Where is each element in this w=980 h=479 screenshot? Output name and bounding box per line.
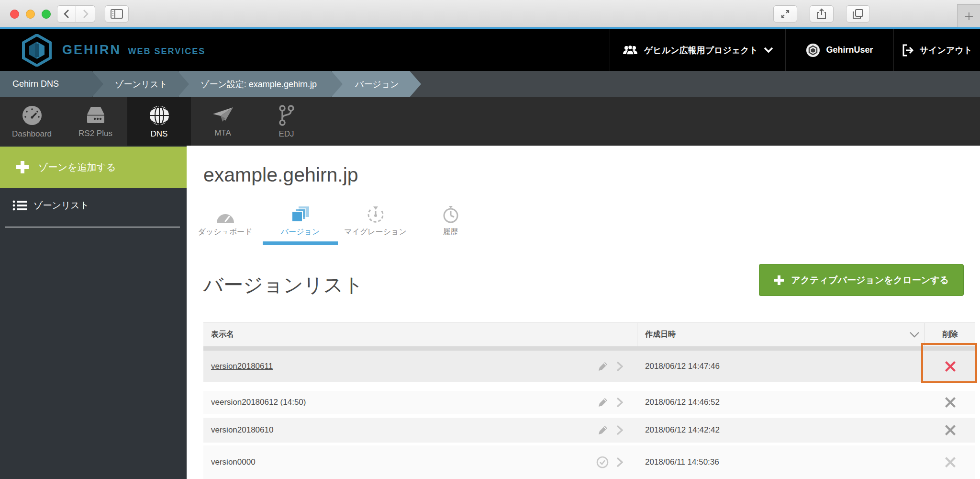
chevron-left-icon	[63, 9, 70, 19]
tab-history[interactable]: 履歴	[413, 202, 488, 245]
table-row: version20180611	[203, 351, 975, 382]
pencil-icon[interactable]	[597, 424, 609, 436]
signout-icon	[902, 44, 914, 57]
row-chevron-right-icon[interactable]	[616, 456, 623, 468]
close-window-button[interactable]	[10, 10, 19, 19]
window-controls	[10, 10, 51, 19]
version-name-cell: veersion20180612 (14:50)	[203, 397, 637, 408]
version-name-link[interactable]: version0000	[211, 457, 256, 467]
pencil-icon[interactable]	[597, 397, 609, 408]
gehirn-hexagon-icon	[22, 34, 52, 67]
row-chevron-right-icon[interactable]	[616, 397, 623, 408]
version-name-link[interactable]: version20180611	[211, 362, 273, 371]
version-name-cell: version0000	[203, 456, 637, 468]
service-nav: Dashboard RS2 Plus DNS MTA	[0, 97, 980, 146]
version-table: 表示名 作成日時 削除 version20180611	[203, 322, 975, 479]
stacked-versions-icon	[291, 205, 310, 224]
nav-tile-label: RS2 Plus	[78, 129, 112, 138]
breadcrumb: Gehirn DNS ゾーンリスト ゾーン設定: example.gehirn.…	[0, 71, 980, 97]
sidebar-icon	[111, 9, 123, 19]
nav-tile-dashboard[interactable]: Dashboard	[0, 97, 64, 146]
delete-cell	[925, 396, 975, 409]
user-avatar-icon	[806, 43, 820, 57]
table-row: version0000	[203, 445, 975, 479]
delete-button[interactable]	[944, 424, 957, 436]
paper-plane-icon	[211, 105, 235, 125]
pencil-icon[interactable]	[597, 361, 609, 372]
delete-button[interactable]	[944, 456, 957, 468]
app-header: GEHIRN WEB SERVICES ゲヒルン広報用プロジェクト Gehirn…	[0, 29, 980, 71]
plus-icon	[15, 160, 30, 174]
delete-cell	[925, 456, 975, 468]
plus-icon	[774, 275, 784, 285]
breadcrumb-item-version[interactable]: バージョン	[332, 71, 421, 97]
browser-back-button[interactable]	[57, 5, 76, 23]
nav-tile-label: DNS	[151, 129, 168, 139]
column-header-delete: 削除	[925, 330, 975, 340]
tab-label: バージョン	[281, 227, 320, 237]
server-icon	[83, 105, 108, 126]
breadcrumb-item-gehirn-dns[interactable]: Gehirn DNS	[0, 71, 103, 97]
logo-text-primary: GEHIRN	[62, 43, 121, 57]
table-header-band	[203, 346, 975, 351]
delete-button[interactable]	[944, 360, 957, 373]
clone-active-version-button[interactable]: アクティブバージョンをクローンする	[759, 264, 964, 296]
user-menu[interactable]: GehirnUser	[785, 29, 893, 71]
row-chevron-right-icon[interactable]	[616, 424, 623, 436]
breadcrumb-item-zone-list[interactable]: ゾーンリスト	[93, 71, 189, 97]
nav-tile-edj[interactable]: EDJ	[255, 97, 318, 146]
browser-forward-button[interactable]	[76, 5, 95, 23]
signout-button[interactable]: サインアウト	[893, 29, 980, 71]
signout-label: サインアウト	[920, 45, 973, 56]
zone-list-label: ゾーンリスト	[33, 199, 89, 212]
browser-fullscreen-button[interactable]	[773, 5, 797, 23]
tab-version[interactable]: バージョン	[263, 202, 338, 245]
created-at: 2018/06/11 14:50:36	[645, 457, 719, 467]
delete-cell	[925, 360, 975, 373]
project-selector[interactable]: ゲヒルン広報用プロジェクト	[610, 29, 785, 71]
nav-tile-rs2-plus[interactable]: RS2 Plus	[64, 97, 127, 146]
nav-tile-label: Dashboard	[12, 129, 52, 139]
chevron-down-icon	[764, 47, 773, 53]
tab-label: 履歴	[443, 227, 458, 237]
nav-tile-label: MTA	[214, 128, 231, 138]
column-header-name: 表示名	[203, 323, 637, 346]
sidebar-item-zone-list[interactable]: ゾーンリスト	[0, 192, 187, 219]
row-chevron-right-icon[interactable]	[616, 361, 623, 372]
browser-share-button[interactable]	[810, 5, 834, 23]
version-name-link[interactable]: veersion20180612 (14:50)	[211, 398, 306, 407]
tab-migration[interactable]: マイグレーション	[338, 202, 413, 245]
main-content: example.gehirn.jp ダッシュボード バージョン	[187, 146, 980, 479]
created-at: 2018/06/12 14:47:46	[645, 362, 720, 371]
delete-button[interactable]	[944, 396, 957, 409]
zone-tabbar: ダッシュボード バージョン マイグレーション	[188, 202, 975, 245]
fullscreen-icon	[780, 9, 791, 19]
breadcrumb-item-zone-settings[interactable]: ゾーン設定: example.gehirn.jp	[178, 71, 343, 97]
project-selector-label: ゲヒルン広報用プロジェクト	[644, 45, 758, 56]
new-tab-button[interactable]	[957, 4, 980, 27]
version-name-link[interactable]: version20180610	[211, 425, 273, 435]
zoom-window-button[interactable]	[42, 10, 51, 19]
version-table-header: 表示名 作成日時 削除	[203, 322, 975, 346]
created-at: 2018/06/12 14:42:42	[645, 425, 720, 434]
sort-chevron-down-icon[interactable]	[909, 331, 920, 338]
browser-sidebar-toggle-button[interactable]	[105, 5, 129, 23]
nav-tile-mta[interactable]: MTA	[191, 97, 255, 146]
logo-text-secondary: WEB SERVICES	[128, 46, 205, 56]
add-zone-button[interactable]: ゾーンを追加する	[0, 147, 187, 188]
timer-icon	[367, 205, 385, 224]
nav-tile-dns[interactable]: DNS	[127, 97, 191, 146]
check-circle-icon	[596, 456, 609, 468]
created-at-cell: 2018/06/12 14:47:46	[637, 362, 925, 371]
minimize-window-button[interactable]	[26, 10, 35, 19]
tab-dashboard[interactable]: ダッシュボード	[188, 202, 263, 245]
gehirn-logo[interactable]: GEHIRN WEB SERVICES	[22, 34, 205, 67]
gauge-icon	[21, 104, 43, 126]
created-at-cell: 2018/06/11 14:50:36	[637, 457, 925, 467]
globe-icon	[148, 104, 170, 126]
column-header-created[interactable]: 作成日時	[637, 323, 925, 346]
version-table-body: version20180611	[203, 351, 975, 479]
browser-tabs-button[interactable]	[846, 5, 870, 23]
user-name-label: GehirnUser	[826, 45, 873, 55]
created-at-cell: 2018/06/12 14:46:52	[637, 398, 925, 407]
